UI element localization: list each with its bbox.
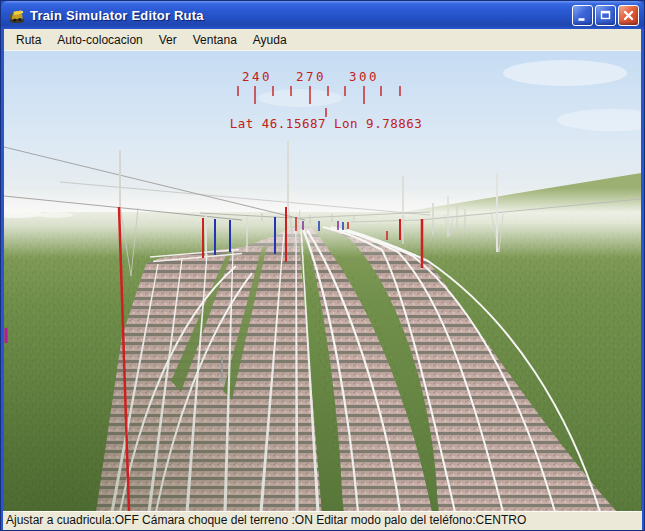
viewport-3d[interactable]: 240 270 300 Lat 46.15687 Lon 9.78863 bbox=[4, 51, 641, 511]
minimize-button[interactable] bbox=[572, 5, 593, 26]
app-icon bbox=[8, 6, 26, 24]
menu-ver[interactable]: Ver bbox=[151, 31, 185, 49]
menu-ruta[interactable]: Ruta bbox=[8, 31, 49, 49]
menu-ventana[interactable]: Ventana bbox=[185, 31, 245, 49]
scene-svg: 240 270 300 Lat 46.15687 Lon 9.78863 bbox=[4, 51, 641, 511]
close-icon bbox=[622, 9, 635, 22]
app-window: Train Simulator Editor Ruta Ruta Auto-co… bbox=[0, 0, 645, 531]
cloud bbox=[258, 89, 342, 107]
status-text: Ajustar a cuadricula:OFF Cámara choque d… bbox=[6, 513, 526, 527]
menu-bar: Ruta Auto-colocacion Ver Ventana Ayuda bbox=[4, 29, 641, 51]
menu-auto-colocacion[interactable]: Auto-colocacion bbox=[49, 31, 150, 49]
minimize-icon bbox=[576, 9, 589, 22]
compass-label-270: 270 bbox=[296, 69, 326, 84]
compass-label-300: 300 bbox=[349, 69, 379, 84]
compass-label-240: 240 bbox=[242, 69, 272, 84]
menu-ayuda[interactable]: Ayuda bbox=[245, 31, 295, 49]
latlon-readout: Lat 46.15687 Lon 9.78863 bbox=[230, 116, 423, 131]
close-button[interactable] bbox=[618, 5, 639, 26]
window-title: Train Simulator Editor Ruta bbox=[30, 8, 204, 23]
cloud bbox=[503, 60, 627, 86]
title-bar[interactable]: Train Simulator Editor Ruta bbox=[1, 1, 644, 29]
maximize-icon bbox=[599, 9, 612, 22]
horizon-haze bbox=[4, 188, 641, 258]
maximize-button[interactable] bbox=[595, 5, 616, 26]
status-bar: Ajustar a cuadricula:OFF Cámara choque d… bbox=[3, 511, 642, 530]
window-controls bbox=[572, 5, 639, 26]
corner-shading bbox=[4, 250, 424, 511]
